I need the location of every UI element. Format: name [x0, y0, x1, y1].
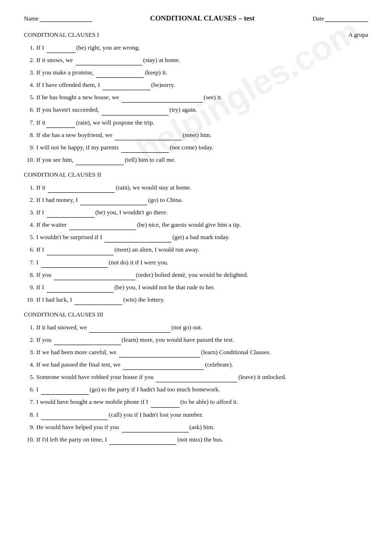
- list-item: 9. If I (be) you, I would not be that ru…: [24, 282, 368, 293]
- list-item: 6. If I (meet) an alien, I would run awa…: [24, 244, 368, 255]
- section2-questions: 1. If it (rain), we would stay at home. …: [24, 182, 368, 305]
- name-underline: [40, 21, 92, 22]
- list-item: 10. If I had luck, I (win) the lottery.: [24, 295, 368, 305]
- section1-title: CONDITIONAL CLAUSES I A grupa: [24, 31, 368, 39]
- list-item: 8. I (call) you if I hadn't lost your nu…: [24, 410, 368, 420]
- section2-title: CONDITIONAL CLAUSES II: [24, 171, 368, 179]
- section3-questions: 1. If it had snowed, we (not go) out. 2.…: [24, 322, 368, 445]
- section1-questions: 1. If I (be) right, you are wrong. 2. If…: [24, 42, 368, 165]
- date-field: Date: [312, 15, 368, 22]
- list-item: 1. If I (be) right, you are wrong.: [24, 42, 368, 53]
- list-item: 6. I (go) to the party if I hadn't had t…: [24, 384, 368, 395]
- list-item: 10. If you see him, (tell) him to call m…: [24, 155, 368, 165]
- list-item: 3. If I (be) you, I wouldn't go there.: [24, 207, 368, 218]
- date-underline: [325, 21, 368, 22]
- list-item: 9. He would have helped you if you (ask)…: [24, 422, 368, 432]
- name-field: Name: [24, 15, 92, 22]
- page-header: Name CONDITIONAL CLAUSES – test Date: [24, 14, 368, 22]
- list-item: 3. If you make a promise, (keep) it.: [24, 67, 368, 78]
- list-item: 6. If you haven't succeeded, (try) again…: [24, 105, 368, 115]
- list-item: 4. If I have offended them, I (be)sorry.: [24, 80, 368, 90]
- list-item: 7. If it(rain), we will pospone the trip…: [24, 117, 368, 128]
- list-item: 1. If it had snowed, we (not go) out.: [24, 322, 368, 333]
- list-item: 4. If the waiter (be) nice, the guests w…: [24, 220, 368, 230]
- list-item: 7. I would have bought a new mobile phon…: [24, 397, 368, 407]
- list-item: 5. If he has bought a new house, we (see…: [24, 92, 368, 103]
- list-item: 2. If I had money, I (go) to China.: [24, 195, 368, 205]
- list-item: 9. I will not be happy, if my parents (n…: [24, 142, 368, 153]
- list-item: 4. If we had passed the final test, we (…: [24, 359, 368, 370]
- list-item: 1. If it (rain), we would stay at home.: [24, 182, 368, 193]
- list-item: 2. If you (learn) more, you would have p…: [24, 335, 368, 345]
- section3-title: CONDITIONAL CLAUSES III: [24, 311, 368, 318]
- list-item: 10. If I'd left the party on time, I (no…: [24, 434, 368, 445]
- list-item: 7. I (not do) it if I were you.: [24, 257, 368, 268]
- list-item: 8. If you (order) bolied dentè, you woul…: [24, 270, 368, 280]
- list-item: 5. I wouldn't be surprised if I (get) a …: [24, 232, 368, 242]
- list-item: 8. If she has a new boyfriend, we (meet)…: [24, 130, 368, 140]
- name-label: Name: [24, 15, 39, 22]
- list-item: 3. If we had been more careful, we (lear…: [24, 347, 368, 358]
- date-label: Date: [312, 15, 324, 22]
- list-item: 5. Someone would have robbed your house …: [24, 372, 368, 382]
- list-item: 2. If it snows, we (stay) at home.: [24, 55, 368, 65]
- page-title: CONDITIONAL CLAUSES – test: [92, 14, 312, 22]
